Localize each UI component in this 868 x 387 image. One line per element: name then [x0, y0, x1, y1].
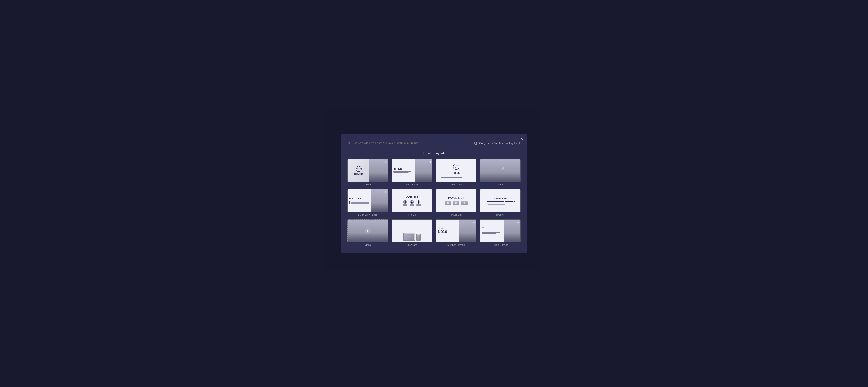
- layout-item-image-list[interactable]: IMAGE LIST ⊞ ⊞ ⊞ Image List: [436, 189, 476, 216]
- layout-item-quote-image[interactable]: " ⊞ Quote + Image: [480, 219, 521, 246]
- logo-circle: LOGO: [355, 166, 362, 172]
- modal-overlay: × Copy From Another Existing Deck Popula…: [0, 0, 868, 387]
- timeline-dot-1: [486, 201, 488, 202]
- layout-picker-modal: × Copy From Another Existing Deck Popula…: [341, 134, 527, 253]
- timeline-dot-3: [504, 201, 505, 202]
- bullet-bar-3: [350, 204, 369, 204]
- layout-item-showcase[interactable]: ⊞ ⊞ Showcase: [392, 219, 432, 246]
- icon-small-lines-1: [403, 204, 407, 206]
- laptop-shape: ⊞ ⊞: [403, 233, 415, 241]
- title-big: TITLE: [394, 167, 402, 170]
- quote-line-1: [482, 232, 500, 233]
- layout-label-text-image: Text + Image: [405, 183, 418, 186]
- bullet-dot-1: [349, 201, 350, 202]
- section-title: Popular Layouts: [347, 151, 521, 155]
- layout-item-number-image[interactable]: TITLE $ 99.9 ⊞ Number + Image: [436, 219, 476, 246]
- icon-sline-5: [416, 204, 421, 205]
- image-icon-4: ⊞: [384, 191, 386, 194]
- layout-thumb-quote-image: " ⊞: [480, 219, 521, 242]
- laptop-icon-2: ⊞: [410, 236, 411, 238]
- layouts-grid: LOGO COVER ⊞ Cover TITLE: [347, 159, 521, 246]
- quote-line-2: [482, 233, 496, 234]
- mountain-bg-4: [371, 203, 388, 212]
- image-icon: ⊞: [384, 160, 386, 163]
- layout-item-video[interactable]: ▶ Video: [347, 219, 388, 246]
- number-right: ⊞: [460, 219, 476, 242]
- timeline-title: TIMELINE: [494, 197, 507, 200]
- bullet-dot-2: [349, 202, 350, 203]
- timeline-line-2: [488, 204, 505, 205]
- quote-line-3: [482, 235, 498, 235]
- mountain-bg-6: [460, 233, 476, 242]
- icon-small-lines-2: [410, 204, 414, 206]
- bullet-title: BULLET LIST: [349, 198, 363, 200]
- mountain-bg-2: [415, 173, 432, 182]
- icon-line-2: [441, 177, 462, 178]
- line-bar-1: [394, 171, 411, 172]
- svg-line-1: [349, 143, 350, 144]
- layout-thumb-video: ▶: [347, 219, 388, 242]
- layout-thumb-image: ⊞: [480, 159, 521, 182]
- icon-small-lines-3: [416, 204, 421, 206]
- phone-shape: [416, 234, 421, 241]
- layout-item-cover[interactable]: LOGO COVER ⊞ Cover: [347, 159, 388, 186]
- number-underline: [438, 235, 454, 235]
- copy-from-deck-button[interactable]: Copy From Another Existing Deck: [474, 142, 521, 145]
- layout-thumb-bullet-image: BULLET LIST: [347, 189, 388, 212]
- number-big: $ 99.9: [438, 230, 447, 234]
- copy-icon: [474, 142, 477, 145]
- timeline-lines: [488, 203, 513, 205]
- layout-label-icon-list: Icon List: [408, 213, 416, 216]
- quote-right: ⊞: [504, 219, 520, 242]
- image-list-thumb-1: ⊞: [445, 201, 452, 205]
- layout-label-timeline: Timeline: [496, 213, 504, 216]
- layout-item-text-image[interactable]: TITLE ⊞ Text + Image: [392, 159, 432, 186]
- layout-thumb-showcase: ⊞ ⊞: [392, 219, 432, 242]
- layout-item-bullet-list-image[interactable]: BULLET LIST: [347, 189, 388, 216]
- bullet-bar-1: [350, 201, 369, 201]
- icon-list-item-2: [410, 200, 414, 206]
- bullet-left: BULLET LIST: [348, 189, 371, 212]
- icon-sline-3: [410, 204, 414, 205]
- icon-sline-2: [403, 205, 407, 206]
- quote-left: ": [480, 219, 504, 242]
- image-icon-6: ⊞: [517, 221, 519, 224]
- layout-item-icon-list[interactable]: ICON LIST: [392, 189, 432, 216]
- mountain-bg-7: [504, 233, 520, 242]
- timeline-dot-4: [513, 201, 515, 202]
- laptop-screen: ⊞ ⊞: [404, 234, 414, 240]
- icon-line-1: [441, 176, 468, 176]
- icon-list-item-3: [416, 200, 421, 206]
- icon-text-title: TITLE: [452, 171, 460, 174]
- icon-list-item-1: [403, 200, 407, 206]
- play-button-icon: ▶: [365, 228, 371, 234]
- timeline-dot-2: [495, 201, 497, 202]
- text-image-right: ⊞: [415, 159, 432, 182]
- layout-item-icon-text[interactable]: TITLE Icon + Text: [436, 159, 476, 186]
- cover-left: LOGO COVER: [348, 159, 369, 182]
- icon-text-lines: [441, 176, 471, 178]
- timeline-line-1: [488, 203, 510, 204]
- layout-thumb-cover: LOGO COVER ⊞: [347, 159, 388, 182]
- icon-circle-big: [453, 163, 459, 170]
- number-title: TITLE: [438, 227, 443, 229]
- image-icon-2: ⊞: [429, 160, 431, 163]
- bullet-line-1: [349, 201, 369, 202]
- layout-thumb-number-image: TITLE $ 99.9 ⊞: [436, 219, 476, 242]
- image-list-thumb-2: ⊞: [453, 201, 460, 205]
- bullet-lines: [349, 201, 369, 204]
- layout-thumb-image-list: IMAGE LIST ⊞ ⊞ ⊞: [436, 189, 476, 212]
- search-box: [347, 140, 469, 146]
- layout-item-image[interactable]: ⊞ Image: [480, 159, 521, 186]
- mountain-bg-5: [348, 233, 388, 242]
- layout-label-cover: Cover: [365, 183, 371, 186]
- image-list-thumb-3: ⊞: [461, 201, 468, 205]
- image-list-row: ⊞ ⊞ ⊞: [445, 201, 468, 205]
- icon-list-title: ICON LIST: [406, 196, 418, 199]
- search-input[interactable]: [352, 141, 469, 144]
- image-icon-5: ⊞: [473, 221, 475, 224]
- search-icon: [347, 142, 350, 144]
- quote-lines: [482, 232, 502, 235]
- close-button[interactable]: ×: [521, 137, 524, 142]
- layout-item-timeline[interactable]: TIMELINE Timeline: [480, 189, 521, 216]
